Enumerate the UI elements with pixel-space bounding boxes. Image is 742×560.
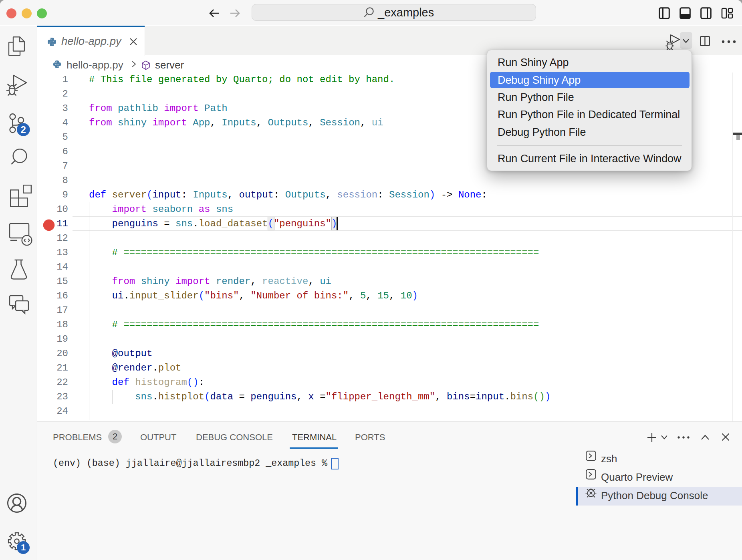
svg-text:2: 2 <box>21 124 26 135</box>
